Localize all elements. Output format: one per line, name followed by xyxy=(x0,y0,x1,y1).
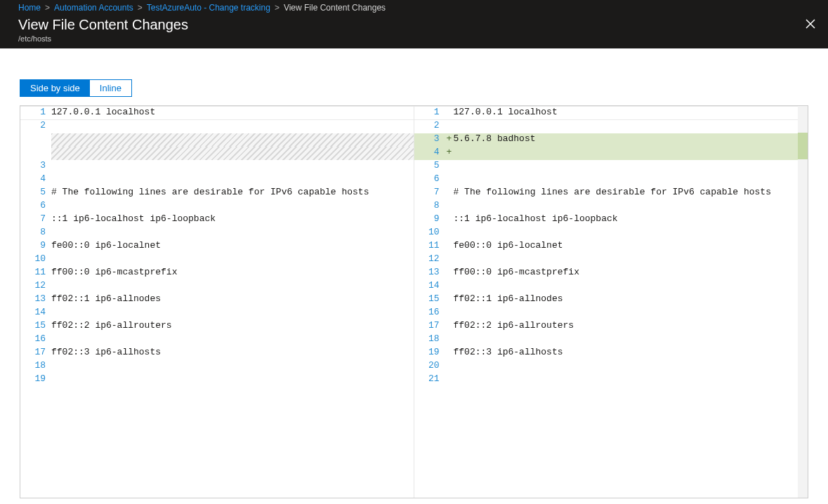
line-number: 3 xyxy=(20,160,51,173)
diff-sign xyxy=(445,253,454,267)
diff-sign xyxy=(445,293,454,307)
diff-sign xyxy=(445,373,454,387)
line-number: 9 xyxy=(414,213,445,227)
close-icon[interactable] xyxy=(806,15,817,31)
diff-line: 10 xyxy=(20,253,414,267)
line-number: 8 xyxy=(414,200,445,213)
inline-button[interactable]: Inline xyxy=(90,80,131,96)
line-number: 10 xyxy=(20,253,51,267)
line-number: 1 xyxy=(20,107,51,120)
diff-line: 19ff02::3 ip6-allhosts xyxy=(414,347,808,360)
chevron-right-icon: > xyxy=(138,3,143,13)
diff-sign xyxy=(445,160,454,173)
line-number: 18 xyxy=(20,360,51,373)
line-content: ff02::3 ip6-allhosts xyxy=(51,347,414,360)
diff-line: 20 xyxy=(414,360,808,373)
line-content xyxy=(51,253,414,267)
diff-sign xyxy=(445,173,454,187)
breadcrumb: Home > Automation Accounts > TestAzureAu… xyxy=(0,0,828,14)
line-number: 8 xyxy=(20,227,51,240)
line-content xyxy=(51,373,414,387)
line-number: 5 xyxy=(20,187,51,200)
overview-ruler-added-mark xyxy=(798,133,808,159)
line-content xyxy=(51,147,414,160)
breadcrumb-link[interactable]: Automation Accounts xyxy=(54,3,133,13)
line-content: ff02::1 ip6-allnodes xyxy=(51,293,414,307)
diff-line: 4 xyxy=(20,173,414,187)
diff-line: 15ff02::2 ip6-allrouters xyxy=(20,320,414,333)
diff-line: 14 xyxy=(414,280,808,293)
line-content xyxy=(51,333,414,347)
diff-line: 15ff02::1 ip6-allnodes xyxy=(414,293,808,307)
line-number: 21 xyxy=(414,373,445,387)
overview-ruler[interactable] xyxy=(798,106,808,498)
line-number: 9 xyxy=(20,240,51,253)
line-number: 10 xyxy=(414,227,445,240)
side-by-side-button[interactable]: Side by side xyxy=(20,80,90,96)
line-content xyxy=(454,307,808,320)
line-content: fe00::0 ip6-localnet xyxy=(51,240,414,253)
line-content xyxy=(51,360,414,373)
line-content xyxy=(454,373,808,387)
line-content: 5.6.7.8 badhost xyxy=(454,133,808,147)
line-content: 127.0.0.1 localhost xyxy=(51,107,414,120)
diff-line xyxy=(20,147,414,160)
header-bar: Home > Automation Accounts > TestAzureAu… xyxy=(0,0,828,48)
diff-pane-modified[interactable]: 1127.0.0.1 localhost23+5.6.7.8 badhost4+… xyxy=(414,106,808,498)
diff-line: 1127.0.0.1 localhost xyxy=(414,107,808,120)
content-area: Side by side Inline 1127.0.0.1 localhost… xyxy=(0,48,828,498)
line-number: 14 xyxy=(414,280,445,293)
line-content xyxy=(454,360,808,373)
breadcrumb-link[interactable]: Home xyxy=(18,3,41,13)
line-content: ff02::2 ip6-allrouters xyxy=(51,320,414,333)
line-content xyxy=(51,120,414,133)
diff-view-toggle: Side by side Inline xyxy=(20,79,132,97)
line-content: ff02::2 ip6-allrouters xyxy=(454,320,808,333)
breadcrumb-link[interactable]: TestAzureAuto - Change tracking xyxy=(147,3,270,13)
diff-line: 8 xyxy=(20,227,414,240)
line-number: 14 xyxy=(20,307,51,320)
diff-sign xyxy=(445,280,454,293)
line-number: 7 xyxy=(414,187,445,200)
diff-line: 13ff00::0 ip6-mcastprefix xyxy=(414,267,808,280)
line-content xyxy=(454,200,808,213)
line-number: 20 xyxy=(414,360,445,373)
diff-pane-original[interactable]: 1127.0.0.1 localhost2 345# The following… xyxy=(20,106,414,498)
line-number: 6 xyxy=(414,173,445,187)
line-number: 11 xyxy=(414,240,445,253)
diff-line: 13ff02::1 ip6-allnodes xyxy=(20,293,414,307)
diff-sign: + xyxy=(445,133,454,147)
diff-line: 2 xyxy=(414,120,808,133)
diff-line: 7# The following lines are desirable for… xyxy=(414,187,808,200)
line-number: 3 xyxy=(414,133,445,147)
diff-sign xyxy=(445,240,454,253)
diff-line: 9::1 ip6-localhost ip6-loopback xyxy=(414,213,808,227)
diff-line: 16 xyxy=(20,333,414,347)
diff-line: 5 xyxy=(414,160,808,173)
diff-sign xyxy=(445,213,454,227)
diff-line: 12 xyxy=(20,280,414,293)
breadcrumb-current: View File Content Changes xyxy=(284,3,386,13)
diff-line: 6 xyxy=(414,173,808,187)
diff-line: 17ff02::3 ip6-allhosts xyxy=(20,347,414,360)
diff-line: 11ff00::0 ip6-mcastprefix xyxy=(20,267,414,280)
line-content xyxy=(51,307,414,320)
diff-line: 12 xyxy=(414,253,808,267)
diff-sign xyxy=(445,360,454,373)
chevron-right-icon: > xyxy=(45,3,50,13)
diff-line: 21 xyxy=(414,373,808,387)
diff-sign xyxy=(445,307,454,320)
line-content: ::1 ip6-localhost ip6-loopback xyxy=(51,213,414,227)
diff-sign xyxy=(445,187,454,200)
diff-line: 5# The following lines are desirable for… xyxy=(20,187,414,200)
line-number xyxy=(20,133,51,147)
line-number: 1 xyxy=(414,107,445,120)
page-subtitle: /etc/hosts xyxy=(18,34,188,43)
diff-sign xyxy=(445,320,454,333)
line-content: ff02::3 ip6-allhosts xyxy=(454,347,808,360)
diff-sign xyxy=(445,347,454,360)
line-number: 13 xyxy=(414,267,445,280)
line-number: 12 xyxy=(414,253,445,267)
line-content xyxy=(454,147,808,160)
diff-line: 4+ xyxy=(414,147,808,160)
